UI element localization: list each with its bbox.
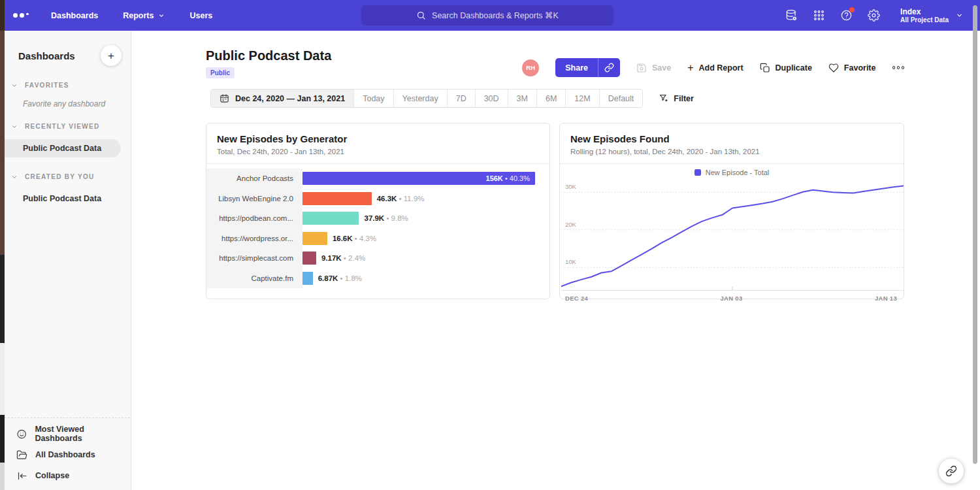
bar-category-label: Captivate.fm [206, 269, 302, 289]
chevron-down-icon [11, 82, 18, 89]
data-sources-icon[interactable] [784, 8, 798, 23]
preset-7d[interactable]: 7D [447, 90, 475, 107]
project-name: Index [900, 7, 949, 16]
date-range-picker[interactable]: Dec 24, 2020 — Jan 13, 2021 [211, 90, 353, 107]
bar-row: Captivate.fm 6.87K • 1.8% [206, 269, 549, 289]
apps-grid-icon[interactable] [811, 8, 826, 23]
bar-category-label: Libsyn WebEngine 2.0 [206, 189, 302, 209]
nav-item-label: Dashboards [51, 11, 98, 20]
svg-text:10K: 10K [565, 258, 577, 265]
nav-right-cluster: Index All Project Data [784, 0, 963, 31]
preset-today[interactable]: Today [353, 90, 393, 107]
copy-link-button[interactable] [598, 58, 620, 77]
filter-label: Filter [674, 94, 694, 103]
bar-value: 6.87K • 1.8% [318, 274, 362, 282]
filter-button[interactable]: Filter [659, 93, 694, 103]
report-card-new-episodes-found: New Episodes Found Rolling (12 hours), t… [559, 123, 904, 299]
sidebar-item-label: Public Podcast Data [23, 194, 101, 203]
share-link-fab[interactable] [939, 459, 964, 483]
bar-category-label: https://podbean.com... [206, 208, 302, 229]
bar-row: Anchor Podcasts 156K • 40.3% [206, 169, 549, 189]
dot-icon [902, 66, 905, 69]
chart-legend[interactable]: New Episode - Total [560, 164, 904, 181]
add-report-button[interactable]: + Add Report [687, 63, 743, 73]
bar-value: 16.6K • 4.3% [333, 235, 376, 242]
date-range-label: Dec 24, 2020 — Jan 13, 2021 [235, 94, 345, 103]
global-search[interactable]: Search Dashboards & Reports ⌘K [361, 5, 613, 25]
share-button[interactable]: Share [555, 58, 598, 77]
collapse-left-icon [16, 470, 27, 482]
nav-item-users[interactable]: Users [189, 11, 212, 20]
bar-value: 156K • 40.3% [486, 174, 530, 182]
dot-icon [897, 66, 900, 69]
preset-12m[interactable]: 12M [565, 90, 598, 107]
dot-icon [892, 66, 896, 69]
preset-default[interactable]: Default [599, 90, 643, 107]
share-split-button: Share [555, 58, 620, 77]
line-chart[interactable]: 10K20K30K [561, 181, 904, 292]
sidebar: Dashboards + FAVORITES Favorite any dash… [5, 31, 131, 490]
link-icon [945, 465, 957, 477]
project-selector[interactable]: Index All Project Data [900, 7, 963, 24]
new-dashboard-button[interactable]: + [101, 45, 122, 66]
preset-yesterday[interactable]: Yesterday [393, 90, 447, 107]
duplicate-button[interactable]: Duplicate [760, 63, 812, 73]
bar[interactable] [302, 212, 359, 225]
section-label: RECENTLY VIEWED [25, 123, 100, 130]
preset-3m[interactable]: 3M [508, 90, 536, 107]
most-viewed-dashboards-button[interactable]: Most Viewed Dashboards [5, 423, 130, 444]
public-badge: Public [206, 67, 235, 78]
section-header-favorites[interactable]: FAVORITES [5, 75, 131, 93]
x-tick-label: JAN 13 [875, 295, 897, 302]
collapse-sidebar-button[interactable]: Collapse [5, 465, 130, 486]
filter-funnel-icon [659, 93, 668, 103]
section-header-recently-viewed[interactable]: RECENTLY VIEWED [5, 116, 131, 134]
footer-item-label: Collapse [35, 471, 69, 480]
date-range-control: Dec 24, 2020 — Jan 13, 2021 Today Yester… [210, 89, 643, 108]
link-icon [604, 63, 614, 73]
x-axis-labels: DEC 24 JAN 03 JAN 13 [560, 292, 904, 302]
bar[interactable] [302, 252, 316, 265]
legend-swatch [694, 169, 701, 176]
folder-icon [16, 449, 27, 461]
chevron-down-icon [158, 12, 165, 19]
bar-value: 9.17K • 2.4% [321, 254, 365, 262]
page-title: Public Podcast Data [206, 48, 331, 63]
all-dashboards-button[interactable]: All Dashboards [5, 444, 130, 465]
save-button[interactable]: Save [636, 63, 671, 73]
settings-gear-icon[interactable] [866, 8, 881, 23]
project-scope: All Project Data [900, 16, 949, 24]
bar[interactable] [302, 232, 327, 245]
app-logo-icon[interactable] [13, 13, 35, 18]
bar[interactable] [302, 272, 313, 285]
card-title: New Episodes Found [570, 133, 893, 144]
nav-item-dashboards[interactable]: Dashboards [51, 11, 98, 20]
help-icon[interactable] [839, 8, 853, 23]
legend-label: New Episode - Total [706, 169, 770, 176]
save-icon [636, 63, 647, 73]
sidebar-footer: Most Viewed Dashboards All Dashboards Co… [5, 417, 130, 486]
scrollbar-thumb[interactable] [973, 5, 977, 464]
section-label: CREATED BY YOU [25, 173, 95, 180]
search-placeholder: Search Dashboards & Reports ⌘K [432, 10, 559, 20]
preset-30d[interactable]: 30D [475, 90, 508, 107]
horizontal-bar-chart: Anchor Podcasts 156K • 40.3% Libsyn WebE… [206, 164, 549, 288]
duplicate-label: Duplicate [776, 63, 812, 73]
favorite-button[interactable]: Favorite [828, 63, 876, 73]
sidebar-item-public-podcast-data-created[interactable]: Public Podcast Data [5, 189, 131, 208]
share-label: Share [565, 63, 588, 73]
sidebar-item-public-podcast-data[interactable]: Public Podcast Data [5, 139, 121, 157]
section-header-created-by-you[interactable]: CREATED BY YOU [5, 167, 131, 184]
avatar[interactable]: RH [522, 59, 539, 76]
footer-item-label: Most Viewed Dashboards [35, 425, 130, 443]
plus-icon: + [687, 63, 693, 73]
bar[interactable]: 156K • 40.3% [302, 172, 535, 185]
bar[interactable] [302, 192, 372, 205]
nav-item-reports[interactable]: Reports [123, 11, 165, 20]
preset-6m[interactable]: 6M [536, 90, 565, 107]
top-nav: Dashboards Reports Users Search Dashboar… [5, 0, 980, 31]
favorite-label: Favorite [844, 63, 876, 73]
favorites-empty-text: Favorite any dashboard [5, 93, 131, 116]
section-label: FAVORITES [25, 82, 69, 89]
more-options-button[interactable] [892, 63, 905, 72]
